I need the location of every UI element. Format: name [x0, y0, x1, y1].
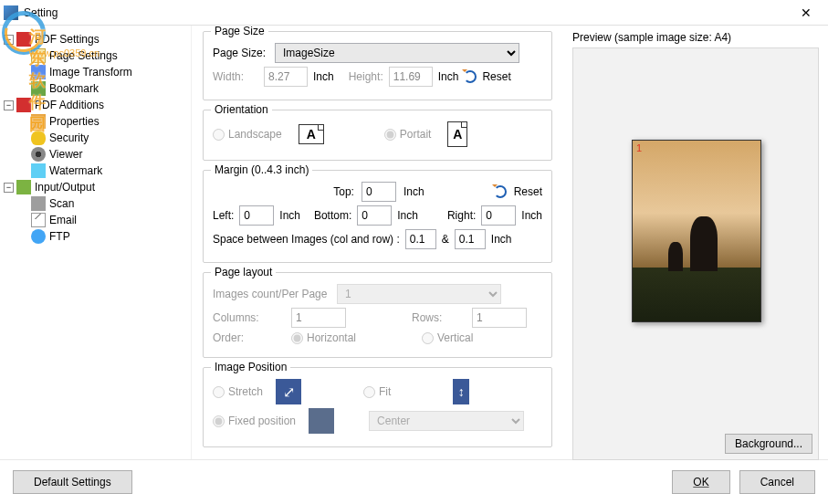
tree-pdf-additions[interactable]: −PDF Additions	[4, 97, 187, 113]
dialog-footer: Default Settings OK Cancel	[0, 459, 828, 503]
label-left: Left:	[213, 209, 234, 222]
cancel-button[interactable]: Cancel	[739, 470, 815, 494]
label-cols: Columns:	[213, 311, 286, 324]
reset-icon[interactable]	[464, 70, 477, 83]
ok-button[interactable]: OK	[672, 470, 729, 494]
tree-email[interactable]: Email	[4, 212, 187, 228]
input-bottom[interactable]	[357, 205, 392, 226]
fit-icon	[453, 379, 469, 404]
radio-portrait	[384, 129, 396, 141]
close-button[interactable]: ✕	[788, 1, 824, 25]
input-width	[264, 67, 308, 87]
legend-orientation: Orientation	[211, 103, 272, 116]
input-height	[389, 67, 433, 87]
reset-label[interactable]: Reset	[482, 70, 510, 83]
input-top[interactable]	[362, 182, 396, 202]
radio-vertical	[422, 332, 434, 344]
tree-viewer[interactable]: Viewer	[4, 146, 187, 163]
input-space-row[interactable]	[455, 229, 486, 249]
background-button[interactable]: Background...	[725, 434, 812, 454]
tree-bookmark[interactable]: Bookmark	[4, 80, 187, 97]
label-height: Height:	[349, 70, 383, 83]
tree-properties[interactable]: Properties	[4, 113, 187, 130]
select-page-size[interactable]: ImageSize	[275, 43, 519, 63]
input-right[interactable]	[481, 205, 516, 226]
input-rows	[472, 308, 527, 328]
fieldset-position: Image Position Stretch Fit Fixed positio…	[203, 367, 552, 447]
tree-pdf-settings[interactable]: −PDF Settings	[4, 31, 187, 47]
radio-fixed	[213, 415, 225, 427]
label-order: Order:	[213, 331, 286, 344]
tree-image-transform[interactable]: Image Transform	[4, 64, 187, 80]
select-align: Center	[369, 411, 524, 431]
fieldset-orientation: Orientation Landscape A Portait A	[203, 110, 552, 161]
unit-height: Inch	[438, 70, 459, 83]
fieldset-layout: Page layout Images count/Per Page 1 Colu…	[203, 272, 552, 358]
fixed-icon	[309, 408, 334, 434]
label-width: Width:	[213, 70, 258, 83]
preview-canvas: 1 Background...	[572, 47, 819, 460]
content-panel: Page Size Page Size: ImageSize Width: In…	[192, 26, 563, 459]
portrait-icon: A	[447, 121, 467, 147]
input-cols	[291, 308, 346, 328]
tree-input-output[interactable]: −Input/Output	[4, 179, 187, 195]
fieldset-page-size: Page Size Page Size: ImageSize Width: In…	[203, 31, 552, 100]
titlebar: Setting ✕	[0, 0, 828, 26]
label-right: Right:	[447, 209, 476, 222]
label-page-size: Page Size:	[213, 47, 269, 59]
preview-label: Preview (sample image size: A4)	[572, 31, 819, 44]
select-count: 1	[337, 284, 501, 304]
radio-fit	[363, 386, 375, 398]
input-left[interactable]	[239, 205, 274, 226]
legend-layout: Page layout	[211, 266, 276, 278]
legend-margin: Margin (0..4.3 inch)	[211, 163, 312, 176]
label-top: Top:	[333, 185, 354, 198]
radio-stretch	[213, 386, 225, 398]
stretch-icon	[276, 379, 301, 404]
margin-reset-label[interactable]: Reset	[514, 185, 542, 198]
preview-image: 1	[632, 140, 761, 322]
input-space-col[interactable]	[405, 229, 436, 249]
label-bottom: Bottom:	[314, 209, 351, 222]
landscape-icon: A	[299, 124, 324, 144]
radio-horizontal	[291, 332, 303, 344]
tree-scan[interactable]: Scan	[4, 195, 187, 212]
radio-landscape	[213, 129, 225, 141]
unit-width: Inch	[313, 70, 334, 83]
margin-reset-icon[interactable]	[494, 185, 507, 198]
legend-position: Image Position	[211, 361, 290, 373]
label-count: Images count/Per Page	[213, 288, 331, 300]
legend-page-size: Page Size	[211, 26, 268, 37]
app-icon	[4, 5, 18, 20]
preview-panel: Preview (sample image size: A4) 1 Backgr…	[563, 26, 828, 459]
tree-ftp[interactable]: FTP	[4, 228, 187, 245]
preview-page-number: 1	[636, 142, 642, 153]
tree-page-settings[interactable]: Page Settings	[4, 47, 187, 64]
label-rows: Rows:	[412, 311, 466, 324]
settings-tree: −PDF Settings Page Settings Image Transf…	[0, 26, 192, 459]
tree-security[interactable]: Security	[4, 130, 187, 146]
label-space: Space between Images (col and row) :	[213, 233, 400, 246]
default-settings-button[interactable]: Default Settings	[13, 470, 132, 494]
window-title: Setting	[24, 6, 788, 19]
fieldset-margin: Margin (0..4.3 inch) Top: Inch Reset Lef…	[203, 170, 552, 263]
tree-watermark[interactable]: Watermark	[4, 163, 187, 179]
